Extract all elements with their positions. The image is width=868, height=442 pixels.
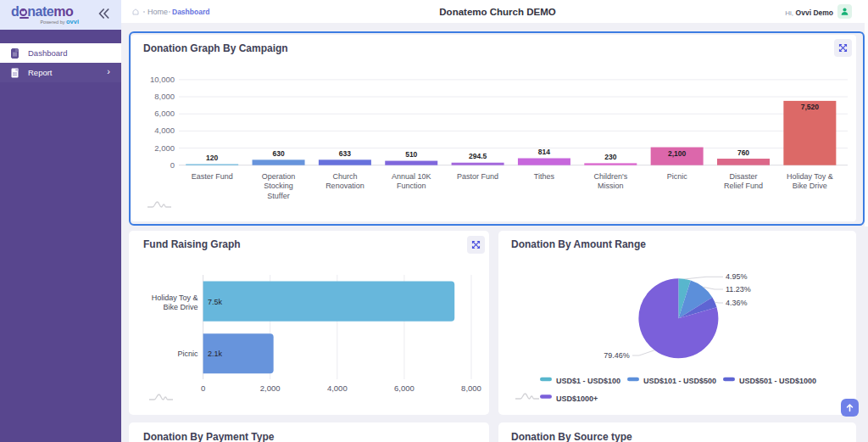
svg-text:Stocking: Stocking (264, 182, 293, 190)
svg-text:510: 510 (405, 150, 417, 159)
svg-text:Annual 10K: Annual 10K (392, 172, 431, 181)
svg-text:120: 120 (206, 154, 218, 162)
svg-text:814: 814 (538, 148, 550, 156)
svg-text:630: 630 (272, 149, 284, 158)
svg-text:2,000: 2,000 (154, 143, 175, 153)
svg-text:8,000: 8,000 (154, 92, 175, 101)
svg-text:4.36%: 4.36% (726, 299, 748, 307)
svg-text:230: 230 (604, 153, 616, 161)
svg-text:79.46%: 79.46% (604, 351, 630, 360)
svg-text:7,520: 7,520 (801, 103, 820, 111)
svg-text:2,000: 2,000 (260, 383, 281, 393)
svg-text:8,000: 8,000 (461, 383, 481, 393)
svg-text:6,000: 6,000 (154, 109, 175, 118)
svg-text:USD$1 - USD$100: USD$1 - USD$100 (556, 377, 620, 385)
svg-text:0: 0 (170, 160, 175, 170)
svg-text:2.1k: 2.1k (208, 350, 223, 358)
svg-text:Picnic: Picnic (178, 350, 199, 358)
svg-text:Stuffer: Stuffer (267, 192, 289, 200)
svg-text:Holiday Toy &: Holiday Toy & (787, 172, 833, 181)
svg-text:4,000: 4,000 (327, 383, 348, 393)
svg-text:2,100: 2,100 (668, 149, 687, 158)
svg-text:Bike Drive: Bike Drive (793, 182, 827, 190)
svg-text:7.5k: 7.5k (208, 298, 223, 306)
svg-text:11.23%: 11.23% (726, 285, 751, 294)
svg-text:Holiday Toy &: Holiday Toy & (152, 294, 198, 302)
svg-text:Renovation: Renovation (326, 182, 364, 190)
svg-text:USD$101 - USD$500: USD$101 - USD$500 (643, 377, 716, 385)
svg-text:Function: Function (397, 182, 426, 190)
svg-text:Easter Fund: Easter Fund (192, 172, 233, 181)
svg-text:4.95%: 4.95% (726, 272, 748, 281)
svg-text:6,000: 6,000 (394, 383, 415, 393)
svg-text:Relief Fund: Relief Fund (724, 182, 763, 190)
svg-text:Pastor Fund: Pastor Fund (457, 172, 498, 181)
svg-text:Operation: Operation (262, 172, 296, 181)
svg-text:4,000: 4,000 (154, 126, 175, 135)
svg-text:Mission: Mission (598, 182, 624, 190)
svg-text:10,000: 10,000 (150, 75, 175, 84)
svg-text:Disaster: Disaster (729, 172, 757, 181)
svg-text:Tithes: Tithes (534, 172, 555, 181)
svg-text:Picnic: Picnic (667, 172, 688, 181)
svg-text:Bike Drive: Bike Drive (164, 303, 198, 311)
svg-text:Church: Church (332, 172, 357, 181)
svg-text:633: 633 (339, 149, 351, 158)
svg-text:0: 0 (201, 383, 205, 393)
svg-text:760: 760 (737, 148, 749, 157)
svg-text:Children's: Children's (593, 172, 627, 181)
svg-text:294.5: 294.5 (469, 152, 487, 160)
svg-text:USD$501 - USD$1000: USD$501 - USD$1000 (739, 377, 816, 385)
svg-text:USD$1000+: USD$1000+ (556, 394, 598, 403)
